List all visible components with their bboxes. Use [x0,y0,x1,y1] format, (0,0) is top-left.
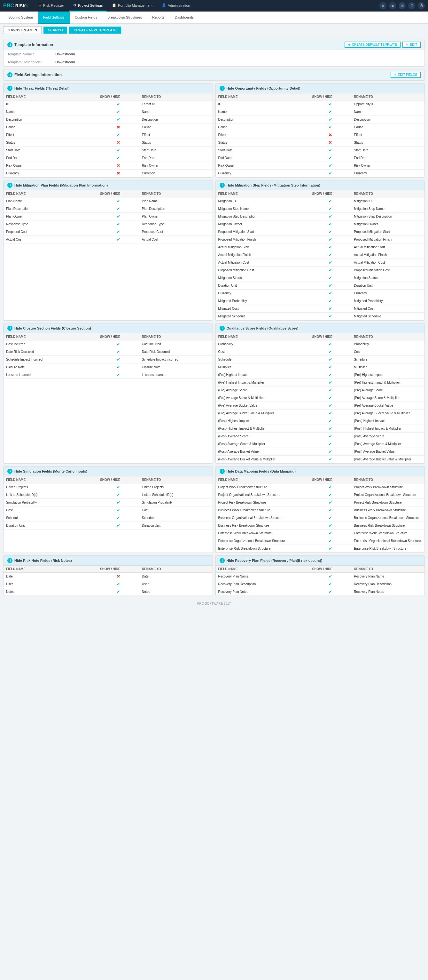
rename-cell: Recovery Plan Description [351,581,425,588]
table-row: (Post) Average Score✔(Post) Average Scor… [216,433,425,440]
check-icon: ✔ [312,148,349,153]
show-hide-cell: ✔ [310,220,352,228]
edit-icon: ✎ [406,43,409,46]
show-hide-cell: ✔ [97,588,139,596]
field-name-cell: Project Risk Breakdown Structure [216,499,310,506]
field-name-cell: Enterprise Organizational Breakdown Stru… [216,537,310,545]
show-hide-cell: ✔ [310,499,352,506]
show-hide-cell: ✔ [97,100,139,108]
field-name-cell: Cost [216,348,310,356]
rename-cell: (Pre) Highest Impact [351,371,425,379]
logo-risk: RISK [14,3,26,8]
field-name-cell: Actual Mitigation Cost [216,259,310,267]
administration-icon: 👤 [162,3,166,7]
field-name-cell: Response Type [3,220,97,228]
show-hide-cell: ✔ [310,363,352,371]
table-row: Duration Unit✔Duration Unit [216,282,425,290]
rename-cell: (Post) Average Score [351,433,425,440]
notification-icon[interactable]: ● [379,2,387,9]
nav-administration[interactable]: 👤 Administration [158,0,194,11]
template-info-title-area: ℹ Template Information [7,42,53,47]
template-dropdown[interactable]: DOWNSTREAM ▼ [3,26,41,34]
create-default-template-button[interactable]: ⊕ CREATE DEFAULT TEMPLATE [345,41,401,48]
threat-col-rename: RENAME TO [139,94,212,100]
field-name-cell: Enterprise Risk Breakdown Structure [216,545,310,552]
show-hide-cell: ✔ [97,340,139,348]
table-row: Actual Mitigation Start✔Actual Mitigatio… [216,243,425,251]
rename-cell: Proposed Mitigation Start [351,228,425,236]
table-row: Notes✔Notes [3,588,212,596]
table-row: Cost✔Cost [216,348,425,356]
field-name-cell: Currency [3,170,97,177]
show-hide-cell: ✔ [97,116,139,124]
table-row: (Post) Highest Impact✔(Post) Highest Imp… [216,417,425,425]
risk-note-fields-header: ℹ Hide Risk Note Fields (Risk Notes) [3,556,212,566]
rename-cell: Threat ID [139,100,212,108]
show-hide-cell: ✔ [310,213,352,220]
field-name-cell: Start Date [3,146,97,154]
table-row: Cause✔Cause [216,124,425,131]
table-row: Description✔Description [216,116,425,124]
mail-icon[interactable]: ✉ [399,2,406,9]
nav-risk-register[interactable]: ☰ Risk Register [35,0,68,11]
recovery-plan-fields-section: ℹ Hide Recovery Plan Fields (Recovery Pl… [216,555,425,596]
tab-dashboards[interactable]: Dashboards [170,11,199,24]
check-icon: ✔ [312,589,349,594]
field-name-cell: Mitigated Cost [216,305,310,313]
edit-fields-button[interactable]: ✎ EDIT FIELDS [391,72,421,78]
rename-cell: Mitigated Probability [351,297,425,305]
field-name-cell: Schedule Impact Incurred [3,356,97,363]
grid-icon[interactable]: ■ [389,2,396,9]
check-icon: ✔ [312,442,349,446]
field-name-cell: Proposed Cost [3,228,97,236]
search-button[interactable]: SEARCH [43,27,67,33]
template-information-section: ℹ Template Information ⊕ CREATE DEFAULT … [3,39,425,67]
template-name-row: Template Name : Downstream [3,50,425,58]
show-hide-cell: ✔ [310,274,352,282]
show-hide-cell: ✔ [97,236,139,243]
logo-prc: PRC [3,3,14,9]
show-hide-cell: ✔ [310,371,352,379]
nav-project-settings[interactable]: ⚙ Project Settings [69,0,106,11]
show-hide-cell: ✔ [97,348,139,356]
tab-reports[interactable]: Reports [147,11,170,24]
opp-col-field-name: FIELD NAME [216,94,310,100]
data-mapping-section: ℹ Hide Data Mapping Fields (Data Mapping… [216,466,425,553]
rename-cell: Probability [351,340,425,348]
field-name-cell: Proposed Mitigation Start [216,228,310,236]
power-icon[interactable]: ⏻ [418,2,425,9]
tab-custom-fields[interactable]: Custom Fields [70,11,102,24]
check-icon: ✔ [312,342,349,347]
closure-fields-section: ℹ Hide Closure Section Fields (Closure S… [3,323,213,464]
show-hide-cell: ✖ [310,139,352,146]
show-hide-cell: ✔ [310,394,352,402]
check-icon: ✔ [100,102,137,107]
mitigation-step-table: FIELD NAME SHOW / HIDE RENAME TO Mitigat… [216,190,425,320]
field-settings-info-icon: ℹ [7,72,13,78]
check-icon: ✔ [312,357,349,362]
rename-cell: Response Type [139,220,212,228]
nav-portfolio-management[interactable]: 📋 Portfolio Management [108,0,156,11]
tab-field-settings[interactable]: Field Settings [38,11,70,24]
tab-breakdown-structures[interactable]: Breakdown Structures [102,11,147,24]
table-row: Start Date✔Start Date [3,146,212,154]
tab-scoring-system[interactable]: Scoring System [3,11,38,24]
show-hide-cell: ✔ [310,243,352,251]
show-hide-cell: ✔ [97,228,139,236]
table-row: Start Date✔Start Date [216,146,425,154]
create-new-template-button[interactable]: CREATE NEW TEMPLATE [69,27,121,33]
check-icon: ✔ [312,268,349,273]
field-name-cell: Cause [3,124,97,131]
rename-cell: Proposed Mitigation Cost [351,267,425,274]
show-hide-cell: ✔ [310,484,352,491]
show-hide-cell: ✔ [97,514,139,522]
mitigation-plan-icon: ℹ [7,183,13,188]
edit-template-button[interactable]: ✎ EDIT [403,41,421,48]
check-icon: ✔ [312,245,349,250]
show-hide-cell: ✔ [310,162,352,170]
mitigation-plan-header: ℹ Hide Mitigation Plan Fields (Mitigatio… [3,180,212,190]
table-row: Name✔Name [216,108,425,116]
check-icon: ✔ [312,199,349,204]
help-icon[interactable]: ? [408,2,415,9]
field-name-cell: Mitigation Step Name [216,205,310,213]
